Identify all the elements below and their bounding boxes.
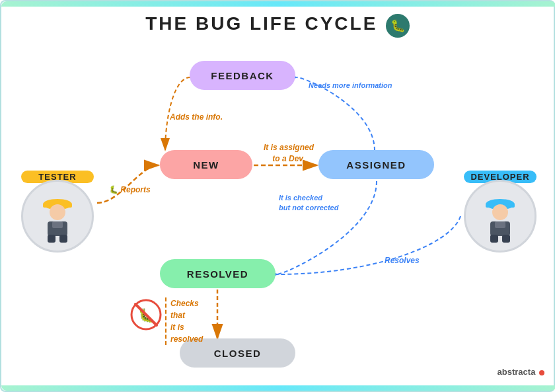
tester-figure [34, 192, 81, 245]
title-area: THE BUG LIFE CYCLE [1, 1, 554, 39]
needs-info-label: Needs more information [309, 81, 394, 91]
checks-resolved-label: Checksthatit isresolved [165, 297, 203, 345]
svg-rect-17 [502, 235, 510, 243]
svg-rect-15 [495, 221, 505, 228]
diagram: FEEDBACK NEW ASSIGNED RESOLVED CLOSED 🐛 … [1, 41, 555, 385]
svg-rect-9 [48, 235, 56, 243]
feedback-node: FEEDBACK [190, 61, 295, 90]
bottom-border [1, 385, 555, 391]
main-container: THE BUG LIFE CYCLE [0, 0, 555, 392]
svg-point-13 [492, 204, 508, 220]
no-bug-icon: 🐛 [130, 299, 162, 331]
svg-rect-10 [59, 235, 67, 243]
resolves-label: Resolves [385, 256, 420, 265]
assigned-node: ASSIGNED [318, 150, 434, 179]
new-node: NEW [160, 150, 252, 179]
abstracta-logo: abstracta [498, 367, 544, 377]
tester-circle [21, 180, 94, 253]
bug-icon [386, 14, 410, 38]
svg-rect-16 [490, 235, 498, 243]
adds-info-label: Adds the info. [170, 112, 236, 122]
reports-label: 🐛 Reports [108, 185, 151, 194]
abstracta-dot [539, 370, 544, 375]
svg-point-6 [50, 204, 65, 220]
assigned-dev-label: It is assignedto a Dev. [256, 142, 322, 165]
developer-circle [464, 180, 536, 253]
page-title: THE BUG LIFE CYCLE [145, 13, 377, 34]
resolved-node: RESOLVED [160, 259, 276, 288]
svg-rect-8 [52, 221, 63, 228]
checked-label: It is checkedbut not corrected [279, 193, 365, 214]
developer-figure [477, 192, 523, 245]
